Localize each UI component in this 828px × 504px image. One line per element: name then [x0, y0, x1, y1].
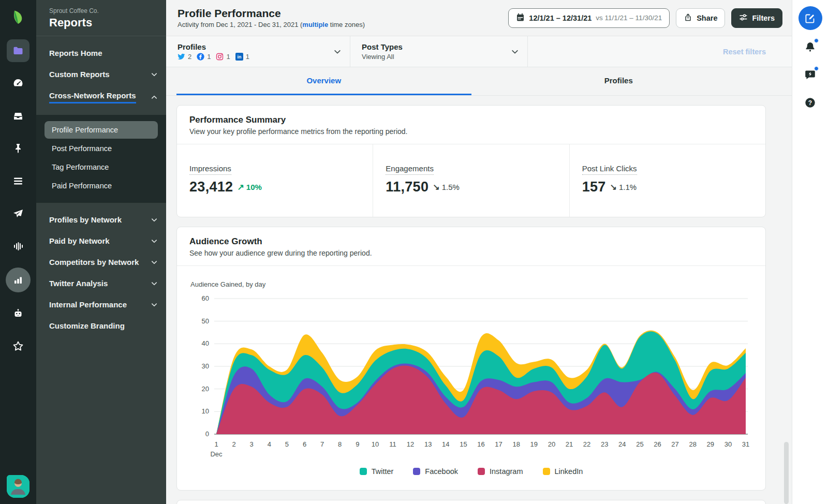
legend-swatch	[478, 468, 485, 475]
metric-engagements: Engagements11,750↘1.5%	[373, 144, 569, 217]
chevron-down-icon	[151, 238, 158, 245]
inbox-icon[interactable]	[7, 105, 29, 127]
filter-bar-spacer: Reset filters	[528, 36, 792, 67]
x-axis-tick-label: 1	[214, 440, 218, 448]
tab-profiles[interactable]: Profiles	[471, 67, 766, 95]
x-axis-tick-label: 10	[372, 440, 379, 448]
legend-item-facebook[interactable]: Facebook	[413, 467, 458, 476]
robot-icon[interactable]	[7, 302, 29, 325]
audience-growth-card: Audience Growth See how your audience gr…	[176, 227, 766, 491]
chevron-down-icon	[151, 301, 158, 308]
share-button[interactable]: Share	[676, 8, 725, 28]
x-axis-tick-label: 23	[601, 440, 608, 448]
gauge-icon[interactable]	[7, 72, 29, 95]
sidebar-item-profiles-by-network[interactable]: Profiles by Network	[36, 209, 166, 230]
header-actions: 12/1/21 – 12/31/21 vs 11/1/21 – 11/30/21…	[508, 8, 782, 28]
report-content: Performance Summary View your key profil…	[166, 96, 792, 504]
share-button-label: Share	[697, 14, 717, 22]
x-axis-tick-label: 5	[285, 440, 289, 448]
sidebar-item-custom-reports[interactable]: Custom Reports	[36, 64, 166, 85]
filter-bar: Profiles 211in1 Post Types Viewing All R…	[166, 36, 792, 67]
reset-filters-button[interactable]: Reset filters	[723, 48, 766, 56]
legend-swatch	[543, 468, 550, 475]
sprout-logo[interactable]	[7, 5, 29, 28]
chevron-down-icon	[151, 259, 158, 266]
subtitle-suffix: time zones)	[328, 21, 365, 28]
chart-axis-title: Audience Gained, by day	[190, 280, 753, 288]
profile-count-value: 1	[207, 53, 211, 61]
bar-chart-icon[interactable]	[6, 268, 31, 292]
x-axis-tick-label: 30	[724, 440, 732, 448]
x-axis-month-label: Dec	[210, 450, 223, 458]
metric-label[interactable]: Post Link Clicks	[582, 164, 637, 175]
sidebar-item-label: Paid by Network	[49, 236, 110, 245]
date-range-button[interactable]: 12/1/21 – 12/31/21 vs 11/1/21 – 11/30/21	[508, 8, 670, 28]
report-tabs: OverviewProfiles	[166, 67, 792, 96]
right-icon-rail: ?	[792, 0, 828, 504]
sidebar-subitem-post-performance[interactable]: Post Performance	[45, 140, 158, 157]
sidebar-item-paid-by-network[interactable]: Paid by Network	[36, 230, 166, 251]
x-axis-tick-label: 26	[654, 440, 661, 448]
post-types-filter-dropdown[interactable]: Post Types Viewing All	[350, 36, 528, 67]
legend-label: Instagram	[490, 467, 523, 476]
metric-label[interactable]: Engagements	[386, 164, 434, 175]
app-root: Sprout Coffee Co. Reports Reports HomeCu…	[0, 0, 828, 504]
sidebar-item-customize-branding[interactable]: Customize Branding	[36, 315, 166, 336]
nav-section-title: Reports	[49, 16, 166, 29]
x-axis-tick-label: 27	[671, 440, 678, 448]
sidebar-subitem-paid-performance[interactable]: Paid Performance	[45, 177, 158, 195]
sidebar-subitem-profile-performance[interactable]: Profile Performance	[45, 121, 158, 139]
list-icon[interactable]	[7, 170, 29, 192]
sidebar-item-label: Twitter Analysis	[49, 279, 108, 288]
metric-change-down: ↘1.5%	[433, 182, 460, 192]
sidebar-subitem-tag-performance[interactable]: Tag Performance	[45, 158, 158, 176]
legend-item-instagram[interactable]: Instagram	[478, 467, 523, 476]
y-axis-tick-label: 0	[205, 430, 209, 438]
help-icon[interactable]: ?	[799, 91, 822, 114]
sidebar-item-twitter-analysis[interactable]: Twitter Analysis	[36, 273, 166, 294]
tab-overview[interactable]: Overview	[176, 67, 471, 95]
x-axis-tick-label: 17	[495, 440, 502, 448]
star-icon[interactable]	[7, 335, 29, 358]
x-axis-tick-label: 16	[477, 440, 484, 448]
y-axis-tick-label: 30	[202, 362, 209, 370]
x-axis-tick-label: 24	[618, 440, 626, 448]
x-axis-tick-label: 19	[530, 440, 538, 448]
x-axis-tick-label: 13	[424, 440, 432, 448]
legend-item-linkedin[interactable]: LinkedIn	[543, 467, 583, 476]
sidebar-item-reports-home[interactable]: Reports Home	[36, 42, 166, 64]
chevron-down-icon	[333, 48, 342, 56]
nav-top-group: Reports HomeCustom ReportsCross-Network …	[36, 36, 166, 115]
sidebar-item-competitors-by-network[interactable]: Competitors by Network	[36, 251, 166, 273]
x-axis-tick-label: 6	[303, 440, 306, 448]
paper-plane-icon[interactable]	[7, 202, 29, 225]
metric-label[interactable]: Impressions	[189, 164, 231, 175]
profile-network-counts: 211in1	[178, 53, 249, 61]
user-avatar[interactable]	[7, 475, 29, 498]
waveform-icon[interactable]	[7, 235, 29, 258]
facebook-icon	[197, 53, 204, 61]
left-icon-rail	[0, 0, 36, 504]
sidebar-item-cross-network-reports[interactable]: Cross-Network Reports	[36, 85, 166, 110]
org-name: Sprout Coffee Co.	[49, 7, 166, 14]
legend-item-twitter[interactable]: Twitter	[360, 467, 394, 476]
svg-text:?: ?	[808, 99, 812, 107]
pin-icon[interactable]	[7, 137, 29, 160]
chat-bolt-icon[interactable]	[799, 63, 822, 86]
chevron-down-icon	[151, 216, 158, 224]
share-icon	[684, 13, 692, 23]
sidebar-item-label: Internal Performance	[49, 300, 127, 309]
legend-label: LinkedIn	[555, 467, 583, 476]
chevron-down-icon	[511, 48, 519, 56]
folder-icon[interactable]	[7, 39, 29, 62]
compose-icon[interactable]	[799, 6, 822, 30]
legend-label: Twitter	[372, 467, 394, 476]
audience-growth-chart-area: Audience Gained, by day 01020304050601De…	[177, 266, 765, 490]
filters-button[interactable]: Filters	[731, 8, 782, 28]
audience-growth-chart[interactable]: 01020304050601Dec23456789101112131415161…	[189, 290, 753, 461]
vertical-scrollbar-thumb[interactable]	[784, 442, 789, 504]
bell-icon[interactable]	[799, 35, 822, 58]
multiple-timezones-link[interactable]: multiple	[302, 21, 328, 28]
profiles-filter-dropdown[interactable]: Profiles 211in1	[166, 36, 350, 67]
sidebar-item-internal-performance[interactable]: Internal Performance	[36, 294, 166, 315]
